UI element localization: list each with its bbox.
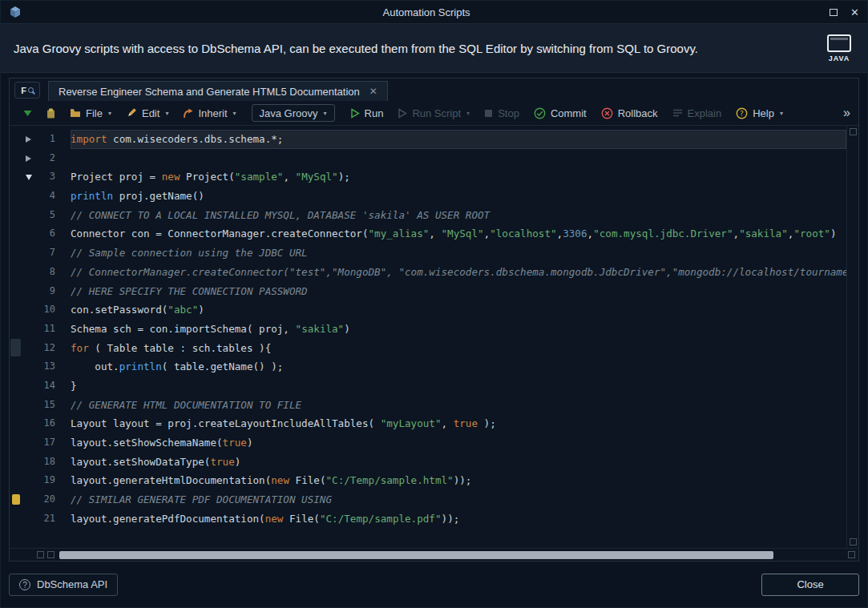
overflow-chevron-icon[interactable]: » (843, 106, 852, 120)
line-number: 11 (35, 320, 59, 339)
window-title: Automation Scripts (23, 6, 830, 18)
help-circle-icon: ? (19, 579, 30, 590)
dbschema-api-label: DbSchema API (37, 578, 107, 590)
code-line[interactable]: println proj.getName() (71, 187, 846, 206)
code-line[interactable]: // SIMILAR GENERATE PDF DOCUMENTATION US… (71, 490, 846, 509)
script-editor-panel: F Reverse Engineer Schema and Generate H… (9, 78, 859, 562)
fold-cell (22, 224, 35, 244)
tab-reverse-engineer-script[interactable]: Reverse Engineer Schema and Generate HTM… (48, 81, 388, 101)
explain-list-icon (672, 108, 683, 118)
commit-button[interactable]: Commit (527, 101, 594, 125)
vertical-scrollbar[interactable] (846, 126, 858, 548)
line-number: 20 (35, 490, 59, 509)
line-number: 3 (35, 167, 59, 187)
tab-title: Reverse Engineer Schema and Generate HTM… (59, 86, 360, 98)
code-line[interactable] (71, 149, 846, 168)
code-editor[interactable]: 123456789101112131415161718192021 import… (10, 126, 858, 548)
gutter-strip-cell (10, 167, 22, 187)
chevron-down-icon: ▾ (165, 110, 168, 117)
rollback-x-icon (601, 107, 613, 119)
code-line[interactable]: layout.generatePdfDocumentation(new File… (71, 509, 846, 529)
code-line[interactable]: // Sample connection using the JDBC URL (71, 244, 846, 263)
inherit-menu[interactable]: Inherit▾ (176, 101, 243, 125)
scrollbar-split-button[interactable] (47, 551, 55, 558)
horizontal-scrollbar[interactable] (59, 550, 844, 560)
toolbar: File▾Edit▾Inherit▾Java Groovy▾RunRun Scr… (10, 101, 858, 126)
gutter-strip-cell (10, 244, 22, 263)
toolbar-label: Java Groovy (260, 107, 318, 119)
titlebar: Automation Scripts ✕ (1, 1, 867, 23)
run-button[interactable]: Run (343, 101, 391, 125)
paste-button[interactable] (39, 101, 63, 125)
code-line[interactable]: layout.setShowSchemaName(true) (71, 433, 846, 453)
rollback-button[interactable]: Rollback (594, 101, 665, 125)
code-line[interactable]: Project proj = new Project("sample", "My… (71, 167, 846, 187)
scrollbar-corner-left (10, 551, 59, 558)
gutter-strip-cell (10, 339, 22, 358)
maximize-button[interactable] (830, 5, 838, 19)
fold-toggle-icon[interactable] (22, 167, 35, 187)
scrollbar-thumb[interactable] (59, 551, 773, 559)
code-area[interactable]: import com.wisecoders.dbs.schema.*;Proje… (59, 126, 846, 548)
scrollbar-split-button[interactable] (37, 551, 44, 558)
dbschema-api-button[interactable]: ? DbSchema API (9, 574, 118, 596)
stop-button[interactable]: Stop (477, 101, 527, 125)
code-line[interactable]: // CONNECT TO A LOCAL INSTALLED MYSQL, D… (71, 206, 846, 225)
maximize-icon (830, 9, 838, 16)
close-button[interactable]: Close (761, 574, 859, 596)
note-icon (46, 108, 55, 119)
language-select[interactable]: Java Groovy▾ (252, 104, 335, 122)
gutter-strip-cell (10, 396, 22, 415)
chevron-down-icon: ▾ (233, 110, 236, 117)
marker-gutter (10, 126, 22, 548)
toolbar-label: File (86, 107, 103, 119)
code-line[interactable]: import com.wisecoders.dbs.schema.*; (71, 130, 846, 149)
collapse-button[interactable] (16, 101, 39, 125)
find-button[interactable]: F (14, 82, 40, 99)
line-number: 13 (35, 357, 59, 376)
code-line[interactable]: // ConnectorManager.createConnector("tes… (71, 263, 846, 282)
fold-toggle-icon[interactable] (22, 149, 35, 168)
edit-menu[interactable]: Edit▾ (119, 101, 176, 125)
tab-close-icon[interactable]: ✕ (369, 86, 377, 97)
run-script-button[interactable]: Run Script▾ (390, 101, 477, 125)
fold-toggle-icon[interactable] (22, 130, 35, 149)
code-line[interactable]: // HERE SPECIFY THE CONNECTION PASSWORD (71, 282, 846, 301)
fold-cell (22, 453, 35, 472)
find-button-label: F (21, 86, 26, 95)
code-line[interactable]: con.setPassword("abc") (71, 300, 846, 320)
line-number: 17 (35, 433, 59, 453)
scrollbar-split-button[interactable] (848, 551, 855, 558)
fold-cell (22, 357, 35, 376)
code-line[interactable]: layout.generateHtmlDocumentation(new Fil… (71, 471, 846, 490)
play-icon (350, 108, 360, 119)
description-banner: Java Groovy scripts with access to DbSch… (1, 23, 867, 73)
fold-cell (22, 244, 35, 263)
file-menu[interactable]: File▾ (63, 101, 119, 125)
line-number: 6 (35, 224, 59, 244)
code-line[interactable]: } (71, 376, 846, 396)
help-menu[interactable]: ?Help▾ (729, 101, 790, 125)
gutter-strip-cell (10, 149, 22, 168)
fold-cell (22, 414, 35, 433)
explain-button[interactable]: Explain (665, 101, 729, 125)
code-line[interactable]: Schema sch = con.importSchema( proj, "sa… (71, 320, 846, 339)
code-line[interactable]: out.println( table.getName() ); (71, 357, 846, 376)
banner-text: Java Groovy scripts with access to DbSch… (14, 42, 698, 55)
code-line[interactable]: Connector con = ConnectorManager.createC… (71, 224, 846, 244)
scrollbar-split-button[interactable] (850, 128, 857, 135)
code-line[interactable]: layout.setShowDataType(true) (71, 453, 846, 472)
code-line[interactable]: for ( Table table : sch.tables ){ (71, 339, 846, 358)
code-line[interactable]: Layout layout = proj.createLayoutInclude… (71, 414, 846, 433)
java-icon: JAVA (827, 34, 854, 62)
fold-cell (22, 300, 35, 320)
toolbar-label: Rollback (618, 107, 658, 119)
scrollbar-split-button[interactable] (850, 538, 857, 546)
close-window-button[interactable]: ✕ (850, 7, 859, 18)
fold-cell (22, 282, 35, 301)
play-outline-icon (398, 108, 407, 119)
bookmark-icon[interactable] (12, 494, 20, 505)
line-number: 16 (35, 414, 59, 433)
code-line[interactable]: // GENERATE HTML DOCUMENTATION TO FILE (71, 396, 846, 415)
gutter-strip-cell (10, 414, 22, 433)
